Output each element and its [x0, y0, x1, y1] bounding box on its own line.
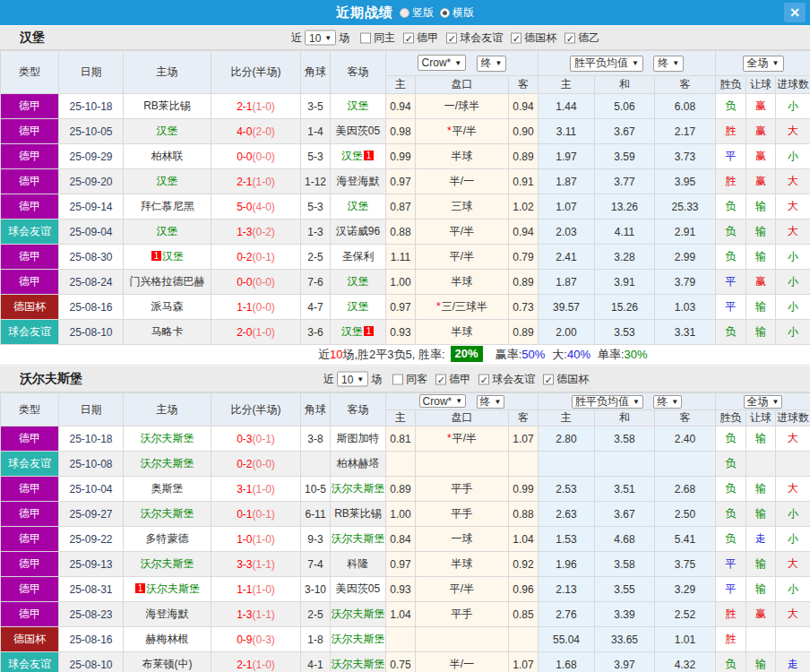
dropdown-arrow-icon: ▼ — [357, 375, 364, 383]
league-filter[interactable]: ✓德国杯 — [511, 30, 556, 46]
sub-col-header: 主 — [539, 410, 595, 426]
corners-cell: 7-6 — [301, 270, 331, 295]
bookmaker-select[interactable]: Crow*▼ — [418, 55, 467, 71]
home-team-cell: 赫梅林根 — [124, 627, 211, 652]
avg-draw-odds-cell — [595, 452, 655, 477]
dropdown-arrow-icon: ▼ — [455, 397, 462, 405]
crow-away-odds-cell: 0.96 — [509, 577, 539, 602]
fulltime-score: 3-3 — [237, 558, 252, 571]
avg-away-odds-cell: 1.03 — [655, 295, 716, 320]
score-cell: 0-0(0-0) — [211, 144, 301, 169]
checkbox-checked-icon[interactable]: ✓ — [511, 32, 521, 43]
team-name: 汉堡 — [157, 175, 178, 187]
checkbox-checked-icon[interactable]: ✓ — [564, 32, 575, 43]
avg-odds-select[interactable]: 胜平负均值▼ — [570, 56, 643, 72]
league-filter[interactable]: ✓德甲 — [435, 372, 470, 387]
result-cell: 平 — [716, 270, 746, 295]
crow-away-odds-cell: 0.89 — [509, 270, 539, 295]
halftime-score: (0-1) — [253, 508, 275, 521]
goals-result-cell: 小 — [776, 295, 810, 320]
team-name: 海登海默 — [146, 607, 189, 620]
avg-draw-odds-cell: 3.51 — [595, 477, 655, 502]
score-cell: 2-1(1-0) — [211, 169, 301, 194]
final-avg-select[interactable]: 终▼ — [653, 56, 684, 72]
sub-col-header: 客 — [655, 410, 716, 426]
league-filter[interactable]: ✓德甲 — [403, 30, 438, 46]
checkbox-unchecked-icon[interactable] — [392, 374, 403, 384]
goals-result-cell: 大 — [776, 194, 810, 220]
radio-checked-icon[interactable] — [440, 8, 450, 18]
checkbox-unchecked-icon[interactable] — [360, 32, 371, 43]
match-count-select[interactable]: 10 ▼ — [337, 372, 368, 387]
avg-draw-odds-cell: 13.26 — [595, 194, 655, 220]
corners-cell: 5-3 — [301, 144, 331, 169]
corners-cell: 1-12 — [301, 169, 331, 194]
checkbox-checked-icon[interactable]: ✓ — [403, 32, 414, 43]
close-button[interactable]: ✕ — [784, 3, 806, 22]
bookmaker-select[interactable]: Crow*▼ — [419, 394, 467, 408]
avg-draw-odds-cell: 3.53 — [595, 320, 655, 345]
col-header-home: 主场 — [124, 393, 211, 426]
corners-cell: 1-8 — [301, 627, 331, 652]
result-cell: 负 — [716, 652, 746, 672]
corners-cell: 5-3 — [301, 194, 331, 220]
checkbox-checked-icon[interactable]: ✓ — [435, 374, 446, 384]
fulltime-select[interactable]: 全场▼ — [743, 56, 784, 72]
handicap-result-cell: 输 — [746, 477, 776, 502]
filters: 近 10 ▼ 场 同主 ✓德甲✓球会友谊✓德国杯✓德乙 — [289, 30, 599, 46]
avg-home-odds-cell: 1.53 — [539, 527, 595, 552]
checkbox-checked-icon[interactable]: ✓ — [446, 32, 457, 43]
fulltime-select-value: 全场 — [747, 394, 769, 409]
score-cell: 3-1(1-0) — [211, 477, 301, 502]
final-odds-select[interactable]: 终▼ — [477, 395, 505, 409]
filters: 近 10 ▼ 场 同客 ✓德甲✓球会友谊✓德国杯 — [321, 372, 589, 387]
checkbox-checked-icon[interactable]: ✓ — [478, 374, 489, 384]
final-odds-select[interactable]: 终▼ — [477, 56, 507, 72]
layout-radio-vertical[interactable]: 竖版 — [400, 5, 434, 21]
result-cell: 负 — [716, 194, 746, 220]
same-venue-filter[interactable]: 同客 — [392, 372, 427, 387]
handicap-value: 半球 — [452, 557, 473, 570]
handicap-cell: 一/球半 — [416, 94, 509, 119]
score-cell: 0-1(0-1) — [211, 502, 301, 527]
avg-home-odds-cell: 1.87 — [539, 270, 595, 295]
fulltime-select[interactable]: 全场▼ — [744, 395, 783, 409]
league-filter[interactable]: ✓德乙 — [564, 30, 599, 46]
crow-home-odds-cell: 1.11 — [386, 245, 416, 270]
league-filter[interactable]: ✓球会友谊 — [446, 30, 503, 46]
avg-home-odds-cell: 2.00 — [539, 320, 595, 345]
goals-result-cell: 小 — [776, 502, 810, 527]
league-filter[interactable]: ✓球会友谊 — [478, 372, 535, 387]
away-team-cell: 汉堡 — [331, 94, 386, 119]
avg-away-odds-cell: 3.73 — [655, 144, 716, 169]
match-count-select[interactable]: 10 ▼ — [305, 30, 336, 46]
sub-col-header: 和 — [595, 410, 655, 426]
checkbox-checked-icon[interactable]: ✓ — [543, 374, 554, 384]
goals-result-cell: 大 — [776, 426, 810, 452]
col-header-home: 主场 — [124, 51, 211, 94]
league-type-cell: 球会友谊 — [1, 220, 59, 245]
league-filter[interactable]: ✓德国杯 — [543, 372, 589, 387]
goals-result-cell: 大 — [776, 602, 810, 627]
team-name: 美因茨05 — [336, 125, 380, 137]
score-cell: 0-9(0-3) — [211, 627, 301, 652]
league-type-cell: 球会友谊 — [1, 652, 59, 672]
home-team-cell: 汉堡 — [124, 220, 211, 245]
goals-result-cell: 大 — [776, 119, 810, 144]
handicap-value: 平/半 — [452, 432, 477, 444]
radio-unchecked-icon[interactable] — [400, 8, 409, 18]
final-avg-select[interactable]: 终▼ — [653, 395, 682, 409]
fulltime-score: 1-1 — [237, 583, 252, 596]
crow-home-odds-cell — [386, 452, 416, 477]
handicap-cell: *平/半 — [416, 119, 509, 144]
handicap-value: 平/半 — [450, 225, 474, 237]
result-cell: 负 — [716, 452, 746, 477]
match-row: 德甲25-09-20汉堡2-1(1-0)1-12海登海默0.97半/一0.911… — [1, 169, 810, 194]
crow-home-odds-cell: 0.87 — [386, 194, 416, 220]
avg-odds-select[interactable]: 胜平负均值▼ — [572, 395, 643, 409]
score-cell: 2-1(1-0) — [211, 94, 301, 119]
goals-result-cell: 走 — [776, 652, 810, 672]
sub-col-header: 盘口 — [416, 76, 509, 94]
same-venue-filter[interactable]: 同主 — [360, 30, 395, 46]
layout-radio-horizontal[interactable]: 横版 — [440, 5, 474, 21]
